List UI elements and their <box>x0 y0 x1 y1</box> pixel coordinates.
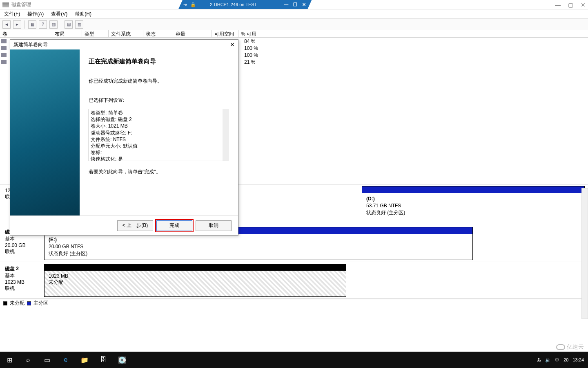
app-title: 磁盘管理 <box>11 1 31 8</box>
system-tray[interactable]: 🖧 🔉 中 20 13:24 <box>532 357 588 363</box>
maximize-button[interactable]: ▢ <box>568 2 573 8</box>
wizard-close-hint: 若要关闭此向导，请单击"完成"。 <box>89 168 229 175</box>
vm-restore-icon[interactable]: ❐ <box>293 2 297 7</box>
setting-line: 快速格式化: 是 <box>91 156 221 161</box>
disk-2-label: 磁盘 2 基本 1023 MB 联机 <box>3 264 44 297</box>
pct-free-cell: 100 % <box>242 52 261 58</box>
dialog-titlebar[interactable]: 新建简单卷向导 ✕ <box>10 40 238 49</box>
vm-console-tab[interactable]: ⇥ 🔒 2-DHCP1-246 on TEST — ❐ ✕ <box>178 0 312 9</box>
back-button[interactable]: ◄ <box>2 20 11 29</box>
legend-swatch-primary <box>27 301 31 305</box>
col-layout[interactable]: 布局 <box>52 30 82 37</box>
partition-header <box>362 186 584 193</box>
disk-1-size: 20.00 GB <box>5 242 42 248</box>
col-free[interactable]: 可用空间 <box>212 30 238 37</box>
lock-icon: 🔒 <box>190 2 196 7</box>
start-button[interactable]: ⊞ <box>0 352 19 368</box>
tray-network-icon[interactable]: 🖧 <box>537 357 541 362</box>
close-button[interactable]: ✕ <box>581 2 586 8</box>
vm-minimize-icon[interactable]: — <box>284 2 288 7</box>
taskbar[interactable]: ⊞ ⌕ ▭ e 📁 🗄 💽 🖧 🔉 中 20 13:24 <box>0 352 588 368</box>
cancel-button[interactable]: 取消 <box>196 220 232 231</box>
col-capacity[interactable]: 容量 <box>173 30 212 37</box>
watermark-logo-icon <box>556 344 565 350</box>
volume-icon <box>1 46 7 50</box>
wizard-success-text: 你已经成功完成新建简单卷向导。 <box>89 78 229 85</box>
col-filesystem[interactable]: 文件系统 <box>109 30 143 37</box>
partition-header <box>45 264 346 271</box>
forward-button[interactable]: ► <box>13 20 21 29</box>
help-button[interactable]: ? <box>39 20 47 29</box>
taskbar-clock[interactable]: 13:24 <box>572 357 584 362</box>
partition-capacity: 20.00 GB NTFS <box>49 243 468 250</box>
refresh-button[interactable]: ▥ <box>49 20 58 29</box>
disk-2-name: 磁盘 2 <box>5 265 42 272</box>
new-volume-wizard-dialog: 新建简单卷向导 ✕ 正在完成新建简单卷向导 你已经成功完成新建简单卷向导。 已选… <box>10 39 238 236</box>
ie-icon[interactable]: e <box>56 352 75 368</box>
setting-line: 选择的磁盘: 磁盘 2 <box>91 116 221 123</box>
view-top-button[interactable]: ▤ <box>65 20 73 29</box>
watermark-text: 亿速云 <box>567 343 584 351</box>
tray-volume-icon[interactable]: 🔉 <box>545 357 551 363</box>
pin-icon: ⇥ <box>183 2 187 7</box>
partition-d[interactable]: (D:) 53.71 GB NTFS 状态良好 (主分区) <box>362 186 585 223</box>
wizard-content: 正在完成新建简单卷向导 你已经成功完成新建简单卷向导。 已选择下列设置: 卷类型… <box>80 49 238 215</box>
back-button[interactable]: < 上一步(B) <box>117 220 153 231</box>
legend-label-primary: 主分区 <box>33 300 48 307</box>
unalloc-state: 未分配 <box>49 279 342 286</box>
pct-free-cell: 100 % <box>242 45 261 51</box>
setting-line: 卷标: <box>91 149 221 156</box>
partition-label: (D:) <box>366 195 580 202</box>
setting-line: 卷大小: 1021 MB <box>91 123 221 129</box>
volume-icon <box>1 53 7 57</box>
disk-row-2: 磁盘 2 基本 1023 MB 联机 1023 MB 未分配 <box>0 262 588 299</box>
legend-label-unalloc: 未分配 <box>10 300 24 307</box>
disk-1-status: 联机 <box>5 248 42 255</box>
menu-help[interactable]: 帮助(H) <box>73 10 93 18</box>
view-split-button[interactable]: ▦ <box>28 20 36 29</box>
tray-date-suffix: 20 <box>564 357 568 362</box>
disk-mgmt-taskbar-icon[interactable]: 💽 <box>113 352 131 368</box>
col-pctfree[interactable]: % 可用 <box>238 30 271 37</box>
pct-free-cell: 21 % <box>242 59 258 65</box>
volume-list-header: 卷 布局 类型 文件系统 状态 容量 可用空间 % 可用 <box>0 30 588 38</box>
toolbar: ◄ ► ▦ ? ▥ ▤ ▧ <box>0 19 588 30</box>
minimize-button[interactable]: — <box>555 2 561 8</box>
clock-time: 13:24 <box>572 357 584 362</box>
disk-2-size: 1023 MB <box>5 279 42 285</box>
menu-action[interactable]: 操作(A) <box>26 10 45 18</box>
server-manager-icon[interactable]: 🗄 <box>94 352 113 368</box>
pct-free-cell: 84 % <box>242 38 258 44</box>
wizard-settings-list[interactable]: 卷类型: 简单卷 选择的磁盘: 磁盘 2 卷大小: 1021 MB 驱动器号或路… <box>89 109 229 161</box>
watermark: 亿速云 <box>556 343 584 351</box>
disk-mgmt-icon <box>2 2 9 7</box>
disk-2-status: 联机 <box>5 285 42 292</box>
wizard-sidebar-image <box>10 49 80 215</box>
partition-state: 状态良好 (主分区) <box>49 250 468 257</box>
finish-button[interactable]: 完成 <box>156 220 192 231</box>
col-volume[interactable]: 卷 <box>0 30 52 37</box>
unalloc-capacity: 1023 MB <box>49 273 342 279</box>
partition-unallocated[interactable]: 1023 MB 未分配 <box>44 264 346 297</box>
vertical-scrollbar[interactable] <box>581 188 588 319</box>
menu-view[interactable]: 查看(V) <box>49 10 69 18</box>
task-view-button[interactable]: ▭ <box>38 352 56 368</box>
explorer-icon[interactable]: 📁 <box>75 352 94 368</box>
wizard-heading: 正在完成新建简单卷向导 <box>89 58 229 65</box>
setting-line: 文件系统: NTFS <box>91 136 221 143</box>
search-button[interactable]: ⌕ <box>19 352 38 368</box>
vm-close-icon[interactable]: ✕ <box>302 2 306 7</box>
menu-file[interactable]: 文件(F) <box>2 10 22 18</box>
col-type[interactable]: 类型 <box>82 30 109 37</box>
dialog-close-button[interactable]: ✕ <box>230 41 235 48</box>
disk-1-type: 基本 <box>5 236 42 242</box>
vm-tab-label: 2-DHCP1-246 on TEST <box>198 2 281 7</box>
view-bottom-button[interactable]: ▧ <box>75 20 83 29</box>
partition-label: (E:) <box>49 236 468 243</box>
menubar: 文件(F) 操作(A) 查看(V) 帮助(H) <box>0 10 588 19</box>
tray-ime-text[interactable]: 中 <box>555 357 559 363</box>
partition-state: 状态良好 (主分区) <box>366 209 580 216</box>
legend-swatch-unalloc <box>3 301 7 305</box>
col-status[interactable]: 状态 <box>143 30 173 37</box>
disk-2-type: 基本 <box>5 272 42 279</box>
